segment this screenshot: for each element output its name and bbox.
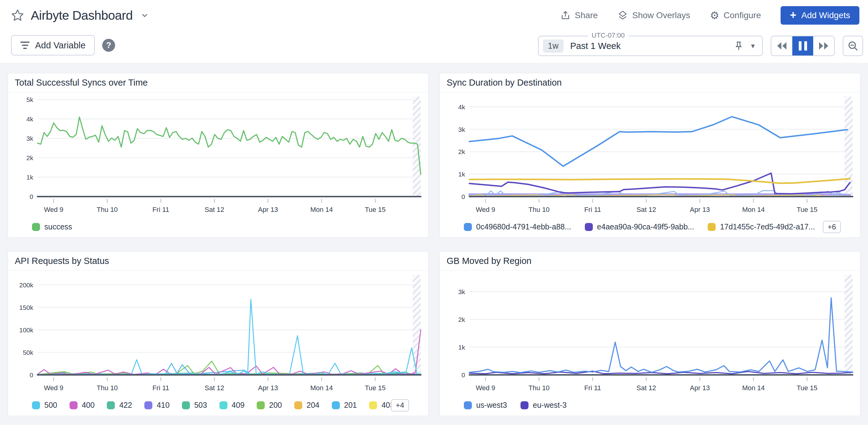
y-tick-label: 4k <box>458 103 465 111</box>
y-tick-label: 2k <box>458 316 465 323</box>
legend-item[interactable]: 201 <box>332 401 357 409</box>
pin-icon[interactable] <box>735 41 743 51</box>
legend-swatch <box>219 401 227 409</box>
x-tick-label: Wed 9 <box>476 384 495 392</box>
legend-item[interactable]: 500 <box>32 401 57 409</box>
x-tick-label: Thu 10 <box>97 206 118 213</box>
legend-label: 422 <box>119 401 132 409</box>
legend-swatch <box>182 401 190 409</box>
legend-label: success <box>44 222 72 231</box>
legend-item[interactable]: e4aea90a-90ca-49f5-9abb... <box>585 222 694 231</box>
series-line-success[interactable] <box>37 117 421 174</box>
zoom-out-icon <box>847 40 859 52</box>
chart-sync-duration[interactable]: 01k2k3k4kWed 9Thu 10Fri 11Sat 12Apr 13Mo… <box>440 92 861 216</box>
legend-item[interactable]: 400 <box>69 401 95 409</box>
legend-item[interactable]: 503 <box>182 401 207 409</box>
series-line-dest-yellow[interactable] <box>469 179 850 183</box>
y-tick-label: 3k <box>458 288 465 295</box>
chart-canvas[interactable]: 050k100k150k200kWed 9Thu 10Fri 11Sat 12A… <box>8 271 429 394</box>
legend-item[interactable]: success <box>32 222 72 231</box>
series-line-500[interactable] <box>37 299 421 375</box>
star-icon[interactable] <box>10 8 25 23</box>
x-axis-baseline <box>469 196 853 198</box>
legend-item[interactable]: 17d1455c-7ed5-49d2-a17... <box>708 222 815 231</box>
chart-canvas[interactable]: 01k2k3kWed 9Thu 10Fri 11Sat 12Apr 13Mon … <box>440 271 861 394</box>
legend-overflow-badge[interactable]: +4 <box>391 399 409 412</box>
legend-label: 200 <box>269 401 282 409</box>
chart-canvas[interactable]: 01k2k3k4kWed 9Thu 10Fri 11Sat 12Apr 13Mo… <box>440 92 861 216</box>
legend-label: 409 <box>232 401 245 409</box>
configure-button[interactable]: ⚙ Configure <box>710 10 761 21</box>
legend-overflow-badge[interactable]: +6 <box>823 221 841 233</box>
zoom-out-button[interactable] <box>843 36 863 56</box>
widget-total-successful-syncs: Total Successful Syncs over Time 01k2k3k… <box>8 73 429 238</box>
x-tick-label: Apr 13 <box>258 384 278 392</box>
widget-title: API Requests by Status <box>15 256 109 266</box>
legend-item[interactable]: 204 <box>294 401 319 409</box>
legend-label: eu-west-3 <box>533 401 567 409</box>
y-tick-label: 3k <box>458 126 465 133</box>
legend-label: us-west3 <box>476 401 507 409</box>
overlays-icon <box>617 10 628 21</box>
y-tick-label: 0 <box>30 371 33 378</box>
x-tick-label: Sat 12 <box>637 206 656 213</box>
future-hatch <box>413 97 421 196</box>
legend-item[interactable]: 422 <box>107 401 132 409</box>
x-tick-label: Tue 15 <box>365 206 386 213</box>
time-nav-group <box>771 36 835 56</box>
chart-gb-moved[interactable]: 01k2k3kWed 9Thu 10Fri 11Sat 12Apr 13Mon … <box>440 271 861 394</box>
legend-item[interactable]: us-west3 <box>464 401 507 409</box>
time-range-label: Past 1 Week <box>570 41 735 51</box>
caret-down-icon[interactable]: ▾ <box>751 41 755 50</box>
top-bar: Airbyte Dashboard Share Show Overlays <box>0 0 868 31</box>
chart-total-successful-syncs[interactable]: 01k2k3k4k5kWed 9Thu 10Fri 11Sat 12Apr 13… <box>8 92 429 216</box>
legend-item[interactable]: 409 <box>219 401 245 409</box>
legend-label: e4aea90a-90ca-49f5-9abb... <box>597 222 694 231</box>
legend-item[interactable]: 410 <box>144 401 169 409</box>
time-range-chip[interactable]: 1w <box>543 39 564 53</box>
filter-icon <box>20 41 30 49</box>
y-tick-label: 200k <box>19 281 33 289</box>
chart-api-requests[interactable]: 050k100k150k200kWed 9Thu 10Fri 11Sat 12A… <box>8 271 429 394</box>
gear-icon: ⚙ <box>710 10 719 21</box>
legend-swatch <box>32 401 40 409</box>
legend-swatch <box>332 401 340 409</box>
y-tick-label: 4k <box>27 116 34 123</box>
x-tick-label: Fri 11 <box>152 206 169 213</box>
series-line-dest-blue[interactable] <box>469 117 847 166</box>
x-tick-label: Mon 14 <box>742 384 765 392</box>
page-title[interactable]: Airbyte Dashboard <box>31 8 133 23</box>
legend-swatch <box>32 223 40 231</box>
legend-label: 500 <box>44 401 57 409</box>
y-tick-label: 1k <box>27 174 34 181</box>
show-overlays-button[interactable]: Show Overlays <box>617 10 690 21</box>
chart-canvas[interactable]: 01k2k3k4k5kWed 9Thu 10Fri 11Sat 12Apr 13… <box>8 92 429 216</box>
chart-legend: us-west3eu-west-3 <box>440 394 861 416</box>
x-axis-baseline <box>469 374 853 376</box>
x-tick-label: Sat 12 <box>637 384 656 392</box>
x-axis-baseline <box>37 374 422 376</box>
widget-title: Total Successful Syncs over Time <box>15 78 148 88</box>
legend-swatch <box>708 223 716 231</box>
legend-item[interactable]: 0c49680d-4791-4ebb-a88... <box>464 222 571 231</box>
legend-item[interactable]: 200 <box>257 401 282 409</box>
add-widgets-button[interactable]: + Add Widgets <box>781 6 859 25</box>
legend-label: 410 <box>157 401 169 409</box>
add-variable-button[interactable]: Add Variable <box>11 35 95 55</box>
share-icon <box>560 10 570 20</box>
series-line-us-west3[interactable] <box>469 298 852 373</box>
time-forward-button[interactable] <box>813 36 834 55</box>
x-tick-label: Mon 14 <box>742 206 765 213</box>
help-icon[interactable]: ? <box>102 39 115 52</box>
y-tick-label: 150k <box>19 304 33 311</box>
share-button[interactable]: Share <box>560 10 598 20</box>
x-tick-label: Tue 15 <box>365 384 386 392</box>
y-tick-label: 0 <box>30 193 33 200</box>
time-backward-button[interactable] <box>771 36 792 55</box>
legend-item[interactable]: eu-west-3 <box>521 401 567 409</box>
y-tick-label: 2k <box>458 148 465 155</box>
chevron-down-icon[interactable] <box>140 11 149 20</box>
widget-sync-duration: Sync Duration by Destination 01k2k3k4kWe… <box>439 73 860 238</box>
time-pause-button[interactable] <box>792 36 813 55</box>
time-range-picker[interactable]: UTC-07:00 1w Past 1 Week ▾ <box>538 36 763 56</box>
